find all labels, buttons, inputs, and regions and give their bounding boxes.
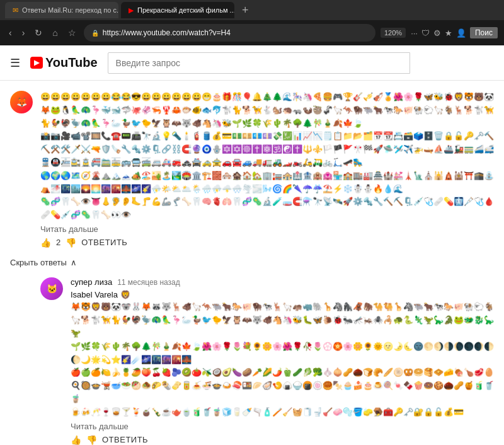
liza-emoji-1: 🦊🐯🦁🐻🐼🐨🐰🦊🦝🐺🦌🐗🦙🦘🐃🐂🐎🐖🦬🐄🦌🦙🦛🦏🐘🦒🦓🦍🦧🦣🐪🐫🦒🦓🐃🐂🐄🐎🐖🐏…	[71, 301, 494, 340]
top-comment-row: 🦊 😀😀😀😀😀😀😀😂😂😎😀😀😀😀😀😀😁🎂🎁🎊🎈🔔🎄🌲🌊🎠🦄🍕🍔🎮🏆🎸🎺🎻🏅🌺🌸🌹…	[10, 91, 494, 234]
collapse-replies-btn[interactable]: Скрыть ответы ∧	[10, 253, 494, 272]
top-comment-avatar: 🦊	[10, 91, 33, 113]
toolbar-extras: ··· 🛡 ⚙ ★ 👤 Поис	[411, 27, 498, 38]
top-emoji-line-3: 🌎🌍🌏🗺️🧭🌋⛰️🏔️🗻🏕️🏖️🏜️🏝️🏞️🏟️🏛️🏗️🧱🏘️🏚️🏠🏡🏢🏣🏤🏥🏦…	[40, 170, 494, 196]
top-like-button[interactable]: 👍	[40, 238, 51, 248]
top-comment-actions: 👍 2 👎 ОТВЕТИТЬ	[40, 238, 494, 248]
mailru-tab-icon: ✉	[13, 6, 18, 14]
liza-text-prefix: Isabel Varela 🦁	[71, 290, 130, 299]
liza-reply-button[interactable]: ОТВЕТИТЬ	[102, 435, 148, 444]
top-like-count: 2	[56, 238, 60, 247]
search-btn[interactable]: Поис	[470, 27, 498, 38]
top-emoji-line-4: 🦠🧬🦷🦴👁️👅👃🦻👂🦶🦵💪🦾🦿🦴🦷🧠🫀🫁🦷🧬🦠🔬🧪🧫🧲⚗️🔭📡🛰️🚀⚙️🔩🔧🔨⛏…	[40, 195, 494, 222]
liza-avatar: 🐱	[40, 277, 63, 300]
liza-comment-content: супер лиза 11 месяцев назад Isabel Varel…	[71, 277, 494, 445]
address-bar[interactable]: 🔒 https://www.youtube.com/watch?v=H4	[84, 24, 375, 42]
tab-mailru[interactable]: ✉ Ответы Mail.Ru: переход по с... ✕	[5, 2, 118, 18]
lock-icon: 🔒	[91, 30, 99, 37]
zoom-level: 120%	[381, 28, 406, 38]
bookmark-button[interactable]: ☆	[66, 25, 79, 40]
browser-toolbar: ‹ › ↻ ⌂ ☆ 🔒 https://www.youtube.com/watc…	[0, 20, 504, 45]
youtube-logo[interactable]: ▶ YouTube	[30, 55, 98, 70]
liza-read-more[interactable]: Читать дальше	[71, 422, 494, 431]
youtube-logo-icon: ▶	[30, 57, 43, 69]
user-icon[interactable]: 👤	[456, 28, 466, 38]
youtube-logo-text: YouTube	[45, 55, 98, 70]
youtube-header: ☰ ▶ YouTube	[0, 45, 504, 81]
liza-dislike-button[interactable]: 👎	[86, 435, 97, 445]
top-comment-content: 😀😀😀😀😀😀😀😂😂😎😀😀😀😀😀😀😁🎂🎁🎊🎈🔔🎄🌲🌊🎠🦄🍕🍔🎮🏆🎸🎺🎻🏅🌺🌸🌹🦋🐝…	[40, 91, 494, 234]
top-read-more[interactable]: Читать дальше	[40, 224, 494, 234]
liza-emoji-4: 🍺🍻🥂🍷🥃🍸🍹🧉🍾☕🫖🍵🧃🥤🧋🧊🥛🍼🫗🧴🪥🧹🧺🧻🚽🪠🧼🫧🪣🧽🪤🧰🔑🗝️🔐🔒🔓💰💳	[71, 406, 494, 419]
liza-like-button[interactable]: 👍	[71, 435, 81, 445]
liza-author: супер лиза	[71, 277, 112, 287]
tab-mailru-label: Ответы Mail.Ru: переход по с...	[22, 6, 118, 14]
youtube-tab-icon: ▶	[129, 6, 134, 14]
liza-time: 11 месяцев назад	[117, 278, 180, 287]
more-options-icon[interactable]: ···	[411, 28, 418, 38]
liza-emoji-3: 🍎🍏🍊🍋🍌🍍🥭🍑🍒🍓🫐🥝🍅🫒🥥🥑🍆🥔🥕🌽🌶️🫑🥒🥬🥦🧄🧅🥜🌰🍞🥐🥖🫓🥨🥯🥞🧇🧀🍖…	[71, 366, 494, 405]
reply-liza: 🐱 супер лиза 11 месяцев назад Isabel Var…	[40, 272, 494, 445]
tab-youtube[interactable]: ▶ Прекрасный детский фильм ... ✕	[121, 2, 234, 18]
collapse-replies-label: Скрыть ответы	[10, 258, 67, 267]
tab-youtube-label: Прекрасный детский фильм ...	[137, 6, 234, 14]
collapse-icon: ∧	[71, 258, 77, 267]
top-comment-block: 🦊 😀😀😀😀😀😀😀😂😂😎😀😀😀😀😀😀😁🎂🎁🎊🎈🔔🎄🌲🌊🎠🦄🍕🍔🎮🏆🎸🎺🎻🏅🌺🌸🌹…	[10, 86, 494, 253]
replies-section: 🐱 супер лиза 11 месяцев назад Isabel Var…	[40, 272, 494, 445]
refresh-button[interactable]: ↻	[32, 25, 45, 40]
search-input[interactable]	[108, 52, 410, 74]
browser-titlebar: ✉ Ответы Mail.Ru: переход по с... ✕ ▶ Пр…	[0, 0, 504, 20]
top-emoji-line-2: 📸📷🎥📹📽️🎞️📞☎️📟📠🔭🔬💡🔦🕯️🧯🛢️💰💳💵💴💶💷💸💹📊📈📉🗒️📋📁📂🗂️…	[40, 130, 494, 169]
liza-emoji-2: 🌱🌿🍀🌾🌵🌴🌳🌲🎋🎍🍂🍁🍃🌺🌸🌹🌷💐🌻🌼🌸🌺🌹🥀🌷💮🏵️🌸🌼🌻🌞🌝🌛🌜🌚🌕🌖🌗🌘…	[71, 340, 494, 367]
new-tab-button[interactable]: +	[237, 4, 254, 17]
top-reply-button[interactable]: ОТВЕТИТЬ	[81, 238, 127, 247]
comments-section: 🦊 😀😀😀😀😀😀😀😂😂😎😀😀😀😀😀😀😁🎂🎁🎊🎈🔔🎄🌲🌊🎠🦄🍕🍔🎮🏆🎸🎺🎻🏅🌺🌸🌹…	[0, 81, 504, 445]
address-url: https://www.youtube.com/watch?v=H4	[103, 28, 368, 37]
home-button[interactable]: ⌂	[50, 25, 60, 40]
back-button[interactable]: ‹	[6, 25, 14, 40]
forward-button[interactable]: ›	[20, 25, 28, 40]
star-icon[interactable]: ★	[445, 28, 452, 38]
liza-actions: 👍 👎 ОТВЕТИТЬ	[71, 435, 494, 445]
liza-text: Isabel Varela 🦁	[71, 289, 494, 301]
shield-icon: 🛡	[421, 28, 430, 38]
liza-meta: супер лиза 11 месяцев назад	[71, 277, 494, 287]
top-emoji-line-1: 😀😀😀😀😀😀😀😂😂😎😀😀😀😀😀😀😁🎂🎁🎊🎈🔔🎄🌲🌊🎠🦄🍕🍔🎮🏆🎸🎺🎻🏅🌺🌸🌹🦋🐝…	[40, 91, 494, 130]
extensions-icon[interactable]: ⚙	[433, 28, 441, 38]
top-dislike-button[interactable]: 👎	[66, 238, 76, 248]
menu-icon[interactable]: ☰	[10, 56, 20, 70]
